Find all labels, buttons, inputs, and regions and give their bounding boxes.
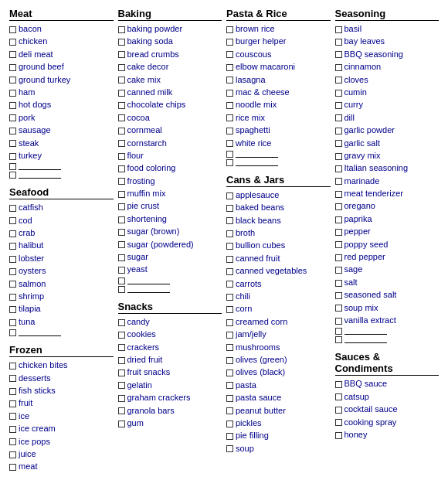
checkbox-icon[interactable] (9, 413, 16, 420)
checkbox-icon[interactable] (335, 381, 342, 388)
checkbox-icon[interactable] (226, 102, 233, 109)
checkbox-icon[interactable] (118, 344, 125, 351)
checkbox-icon[interactable] (9, 163, 16, 170)
checkbox-icon[interactable] (335, 292, 342, 299)
checkbox-icon[interactable] (335, 419, 342, 426)
checkbox-icon[interactable] (118, 370, 125, 376)
checkbox-icon[interactable] (226, 217, 233, 224)
checkbox-icon[interactable] (335, 140, 342, 147)
checkbox-icon[interactable] (118, 254, 125, 261)
checkbox-icon[interactable] (118, 241, 125, 248)
checkbox-icon[interactable] (9, 77, 16, 83)
checkbox-icon[interactable] (9, 281, 16, 288)
checkbox-icon[interactable] (226, 243, 233, 250)
checkbox-icon[interactable] (226, 151, 233, 158)
checkbox-icon[interactable] (9, 140, 16, 147)
checkbox-icon[interactable] (9, 128, 16, 135)
checkbox-icon[interactable] (226, 281, 233, 288)
checkbox-icon[interactable] (226, 445, 233, 452)
checkbox-icon[interactable] (9, 172, 16, 179)
checkbox-icon[interactable] (9, 51, 16, 58)
checkbox-icon[interactable] (118, 216, 125, 223)
checkbox-icon[interactable] (118, 203, 125, 210)
checkbox-icon[interactable] (335, 39, 342, 46)
checkbox-icon[interactable] (118, 128, 125, 135)
checkbox-icon[interactable] (335, 318, 342, 325)
checkbox-icon[interactable] (335, 267, 342, 274)
checkbox-icon[interactable] (118, 278, 125, 284)
checkbox-icon[interactable] (226, 433, 233, 440)
checkbox-icon[interactable] (335, 393, 342, 400)
checkbox-icon[interactable] (226, 370, 233, 376)
checkbox-icon[interactable] (226, 294, 233, 301)
checkbox-icon[interactable] (226, 39, 233, 46)
checkbox-icon[interactable] (9, 319, 16, 326)
checkbox-icon[interactable] (9, 306, 16, 313)
checkbox-icon[interactable] (226, 140, 233, 147)
checkbox-icon[interactable] (335, 280, 342, 287)
checkbox-icon[interactable] (335, 178, 342, 185)
checkbox-icon[interactable] (335, 64, 342, 71)
checkbox-icon[interactable] (335, 90, 342, 97)
checkbox-icon[interactable] (226, 128, 233, 135)
checkbox-icon[interactable] (118, 319, 125, 326)
checkbox-icon[interactable] (118, 102, 125, 109)
checkbox-icon[interactable] (335, 328, 342, 335)
checkbox-icon[interactable] (335, 128, 342, 135)
checkbox-icon[interactable] (118, 165, 125, 172)
checkbox-icon[interactable] (226, 159, 233, 166)
checkbox-icon[interactable] (9, 438, 16, 445)
checkbox-icon[interactable] (226, 64, 233, 71)
checkbox-icon[interactable] (9, 388, 16, 395)
checkbox-icon[interactable] (9, 451, 16, 458)
checkbox-icon[interactable] (335, 336, 342, 343)
checkbox-icon[interactable] (9, 217, 16, 224)
checkbox-icon[interactable] (9, 64, 16, 71)
checkbox-icon[interactable] (9, 256, 16, 263)
checkbox-icon[interactable] (118, 421, 125, 427)
checkbox-icon[interactable] (9, 114, 16, 121)
checkbox-icon[interactable] (118, 140, 125, 147)
checkbox-icon[interactable] (9, 426, 16, 433)
checkbox-icon[interactable] (335, 191, 342, 198)
checkbox-icon[interactable] (118, 153, 125, 160)
checkbox-icon[interactable] (335, 432, 342, 439)
checkbox-icon[interactable] (226, 77, 233, 83)
checkbox-icon[interactable] (335, 26, 342, 33)
checkbox-icon[interactable] (226, 51, 233, 58)
checkbox-icon[interactable] (118, 382, 125, 389)
checkbox-icon[interactable] (226, 114, 233, 121)
checkbox-icon[interactable] (335, 407, 342, 414)
checkbox-icon[interactable] (118, 191, 125, 198)
checkbox-icon[interactable] (118, 26, 125, 33)
checkbox-icon[interactable] (118, 357, 125, 364)
checkbox-icon[interactable] (335, 165, 342, 172)
checkbox-icon[interactable] (9, 375, 16, 382)
checkbox-icon[interactable] (118, 332, 125, 339)
checkbox-icon[interactable] (118, 407, 125, 414)
checkbox-icon[interactable] (335, 216, 342, 223)
checkbox-icon[interactable] (226, 90, 233, 97)
checkbox-icon[interactable] (9, 230, 16, 237)
checkbox-icon[interactable] (118, 395, 125, 402)
checkbox-icon[interactable] (226, 192, 233, 199)
checkbox-icon[interactable] (335, 153, 342, 160)
checkbox-icon[interactable] (9, 90, 16, 97)
checkbox-icon[interactable] (226, 407, 233, 414)
checkbox-icon[interactable] (9, 294, 16, 301)
checkbox-icon[interactable] (118, 229, 125, 236)
checkbox-icon[interactable] (335, 77, 342, 83)
checkbox-icon[interactable] (9, 26, 16, 33)
checkbox-icon[interactable] (226, 395, 233, 402)
checkbox-icon[interactable] (226, 421, 233, 427)
checkbox-icon[interactable] (226, 268, 233, 275)
checkbox-icon[interactable] (335, 305, 342, 312)
checkbox-icon[interactable] (335, 203, 342, 210)
checkbox-icon[interactable] (226, 230, 233, 237)
checkbox-icon[interactable] (118, 90, 125, 97)
checkbox-icon[interactable] (9, 243, 16, 250)
checkbox-icon[interactable] (335, 254, 342, 261)
checkbox-icon[interactable] (9, 329, 16, 336)
checkbox-icon[interactable] (118, 51, 125, 58)
checkbox-icon[interactable] (226, 26, 233, 33)
